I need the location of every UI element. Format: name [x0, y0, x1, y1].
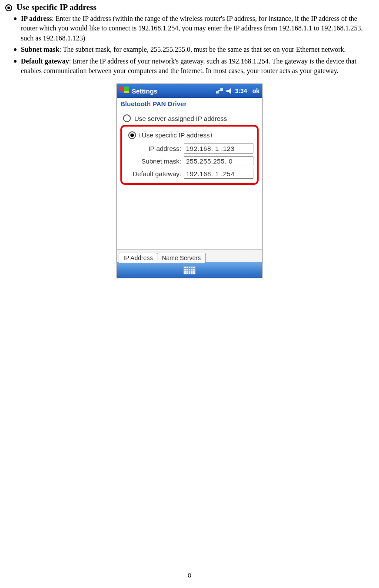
tab-ip-address[interactable]: IP Address [119, 253, 157, 263]
keyboard-icon[interactable] [183, 266, 196, 274]
tab-name-servers[interactable]: Name Servers [157, 253, 205, 263]
term-default-gateway: Default gateway [21, 57, 69, 65]
text-default-gateway: : Enter the IP address of your network's… [21, 57, 356, 74]
panel-subheader: Bluetooth PAN Driver [117, 98, 262, 109]
connection-icon[interactable] [216, 87, 224, 94]
default-gateway-input[interactable] [184, 169, 253, 179]
volume-icon[interactable] [226, 88, 233, 94]
term-subnet-mask: Subnet mask [21, 46, 59, 53]
text-subnet-mask: : The subnet mask, for example, 255.255.… [59, 46, 346, 53]
ip-address-label: IP address: [148, 145, 181, 152]
titlebar: Settings 3:34 ok [117, 84, 262, 98]
subnet-mask-label: Subnet mask: [141, 157, 181, 165]
device-window: Settings 3:34 ok Bluetooth PAN Driver Us… [116, 84, 263, 278]
heading-text: Use specific IP address [17, 3, 96, 12]
settings-content: Use server-assigned IP address Use speci… [117, 109, 262, 262]
radio-server-assigned[interactable]: Use server-assigned IP address [120, 113, 259, 124]
radio-specific-ip[interactable]: Use specific IP address [126, 129, 253, 141]
window-title: Settings [132, 87, 213, 95]
ok-button[interactable]: ok [253, 87, 259, 94]
radio-bullet-icon [5, 4, 12, 11]
radio-checked-icon [128, 131, 136, 139]
windows-flag-icon[interactable] [120, 87, 129, 95]
ip-address-input[interactable] [184, 144, 253, 154]
radio-unchecked-icon [123, 114, 131, 122]
bullet-default-gateway: Default gateway: Enter the IP address of… [14, 57, 374, 76]
field-row-ip: IP address: [126, 144, 253, 154]
tab-strip: IP Address Name Servers [117, 249, 262, 262]
text-ip-address: : Enter the IP address (within the range… [21, 15, 362, 42]
subnet-mask-input[interactable] [184, 156, 253, 166]
bullet-list: IP address: Enter the IP address (within… [5, 14, 374, 76]
page-number: 8 [0, 572, 379, 579]
radio-server-assigned-label: Use server-assigned IP address [134, 115, 227, 122]
embedded-screenshot: Settings 3:34 ok Bluetooth PAN Driver Us… [5, 84, 374, 278]
section-heading: Use specific IP address [5, 3, 374, 12]
term-ip-address: IP address [21, 15, 52, 22]
clock-time: 3:34 [235, 87, 247, 94]
bullet-subnet-mask: Subnet mask: The subnet mask, for exampl… [14, 45, 374, 54]
highlight-box: Use specific IP address IP address: Subn… [120, 125, 259, 185]
default-gateway-label: Default gateway: [133, 170, 181, 177]
radio-specific-ip-label: Use specific IP address [140, 131, 212, 139]
bullet-ip-address: IP address: Enter the IP address (within… [14, 14, 374, 43]
field-row-gateway: Default gateway: [126, 169, 253, 179]
field-row-subnet: Subnet mask: [126, 156, 253, 166]
bottom-bar [117, 262, 262, 278]
